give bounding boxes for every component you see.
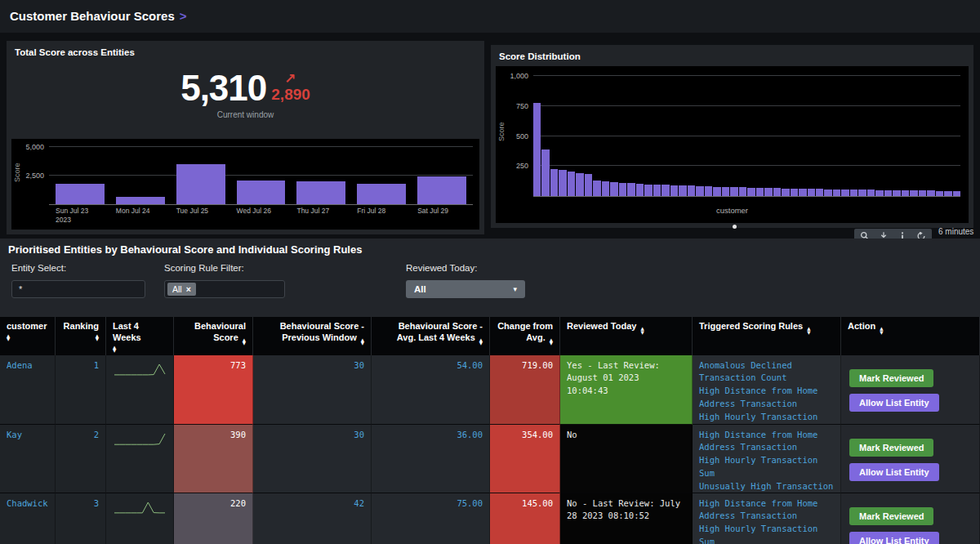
page-title: Customer Behaviour Scores> [10,9,187,23]
column-header-label: customer [7,321,47,331]
single-value-block: 5,310 ↗ 2,890 [7,70,484,106]
y-tick-label: 750 [516,102,528,110]
sort-icon: ▲▼ [640,327,644,334]
column-header-triggered-scoring-rules[interactable]: Triggered Scoring Rules▲▼ [693,317,841,355]
cell-previous-window: 30 [253,355,372,425]
reviewed-today-dropdown[interactable]: All ▾ [406,280,525,298]
sparkline [113,431,167,448]
reviewed-today-filter: Reviewed Today: All ▾ [406,263,525,298]
filter-chip-value: All [172,284,182,294]
customer-link[interactable]: Adena [7,360,33,370]
chip-close-icon[interactable]: × [186,284,191,294]
bar [919,190,926,196]
column-header-label: Reviewed Today [567,321,636,331]
column-header-label: Action [848,321,875,331]
allow-list-entity-button[interactable]: Allow List Entity [849,463,939,481]
bar [636,184,644,196]
entity-select-filter: Entity Select: * [11,263,145,298]
bar [927,190,934,196]
bar [559,170,566,196]
bar [533,103,541,196]
bar [858,190,866,196]
table-body: Adena17733054.00719.00Yes - Last Review:… [0,355,980,544]
y-tick-label: 250 [516,162,528,170]
distribution-plot-area: 2505007501,000 [533,76,960,197]
chevron-down-icon: ▾ [513,285,517,293]
entities-table: customer▲▼Ranking▲▼Last 4 Weeks▲▼Behavio… [0,317,980,544]
bar [944,191,951,196]
bar [730,187,737,196]
column-header-last-4-weeks[interactable]: Last 4 Weeks▲▼ [106,317,174,355]
bar [902,190,909,196]
sparkline [113,500,167,516]
column-header-behavioural-score[interactable]: Behavioural Score▲▼ [174,317,253,355]
cell-action: Mark ReviewedAllow List Entity [841,425,980,493]
column-header-behavioural-score-avg-last-4-weeks[interactable]: Behavioural Score - Avg. Last 4 Weeks▲▼ [372,317,490,355]
breadcrumb-chevron-icon[interactable]: > [180,9,187,23]
scoring-rule-text: High Hourly Transaction Sum [699,454,834,480]
prioritised-entities-section: Prioritised Entities by Behavioural Scor… [0,239,980,544]
sort-icon: ▲▼ [880,327,883,334]
total-score-panel: Total Score across Entities 5,310 ↗ 2,89… [7,41,484,234]
bar [816,189,823,196]
sort-icon: ▲▼ [807,327,810,334]
bar [893,190,900,196]
cell-change-from-avg: 145.00 [490,493,560,544]
bar [662,185,669,196]
customer-link[interactable]: Kay [7,430,22,439]
table-row: Adena17733054.00719.00Yes - Last Review:… [0,355,980,425]
column-header-behavioural-score-previous-window[interactable]: Behavioural Score - Previous Window▲▼ [253,317,372,355]
table-header-row: customer▲▼Ranking▲▼Last 4 Weeks▲▼Behavio… [0,317,980,355]
column-header-reviewed-today[interactable]: Reviewed Today▲▼ [560,317,693,355]
scoring-rule-label: Scoring Rule Filter: [164,263,285,273]
scoring-rule-text: High Distance from Home Address Transact… [699,429,834,455]
trend-delta-value: 2,890 [271,86,310,105]
last-week-plot-area: 2,5005,000 [49,147,473,205]
bar [237,181,286,204]
distribution-x-axis-label: customer [496,206,969,215]
bar [833,190,840,196]
cell-triggered-rules: High Distance from Home Address Transact… [693,493,841,544]
cell-previous-window: 42 [253,493,372,544]
column-header-change-from-avg-[interactable]: Change from Avg.▲▼ [490,317,560,355]
column-header-customer[interactable]: customer▲▼ [0,317,56,355]
bar [791,189,798,196]
score-distribution-chart: Score 2505007501,000 customer [496,66,969,223]
carousel-dot[interactable] [733,225,737,229]
cell-reviewed-today: No - Last Review: July 28 2023 08:10:52 [560,493,693,544]
bar [850,190,858,196]
scoring-rule-input[interactable]: All × [164,280,285,298]
page-title-text: Customer Behaviour Scores [10,9,175,23]
score-distribution-panel: Score Distribution Score 2505007501,000 … [491,45,973,228]
cell-ranking: 3 [56,493,106,544]
x-tick-label: Sat Jul 29 [417,207,466,228]
x-tick-label: Fri Jul 28 [357,207,406,228]
bar [56,184,105,204]
scoring-rule-text: High Hourly Transaction Sum [699,411,834,425]
cell-action: Mark ReviewedAllow List Entity [841,493,980,544]
cell-behavioural-score: 220 [174,493,253,544]
entity-select-input[interactable]: * [11,280,145,298]
x-tick-label: Tue Jul 25 [176,207,225,228]
scoring-rule-text: Unusually High Transaction Count [699,480,834,493]
y-tick-label: 5,000 [25,143,44,151]
allow-list-entity-button[interactable]: Allow List Entity [849,394,939,412]
mark-reviewed-button[interactable]: Mark Reviewed [849,369,933,387]
allow-list-entity-button[interactable]: Allow List Entity [849,532,939,544]
cell-avg-last-4-weeks: 75.00 [372,493,490,544]
customer-link[interactable]: Chadwick [7,498,48,508]
bar [756,188,764,196]
bar [713,187,720,196]
cell-reviewed-today: Yes - Last Review: August 01 2023 10:04:… [560,355,693,425]
mark-reviewed-button[interactable]: Mark Reviewed [849,439,933,457]
sort-icon: ▲▼ [361,338,364,346]
column-header-action[interactable]: Action▲▼ [841,317,980,355]
scoring-rule-text: Anomalous Declined Transaction Count [699,359,834,386]
mark-reviewed-button[interactable]: Mark Reviewed [849,507,933,525]
column-header-label: Behavioural Score [194,321,246,342]
bar [568,172,575,196]
reviewed-today-label: Reviewed Today: [406,263,525,273]
column-header-ranking[interactable]: Ranking▲▼ [56,317,106,355]
bar [602,181,609,196]
last-week-x-axis: Sun Jul 23 2023Mon Jul 24Tue Jul 25Wed J… [49,207,473,228]
